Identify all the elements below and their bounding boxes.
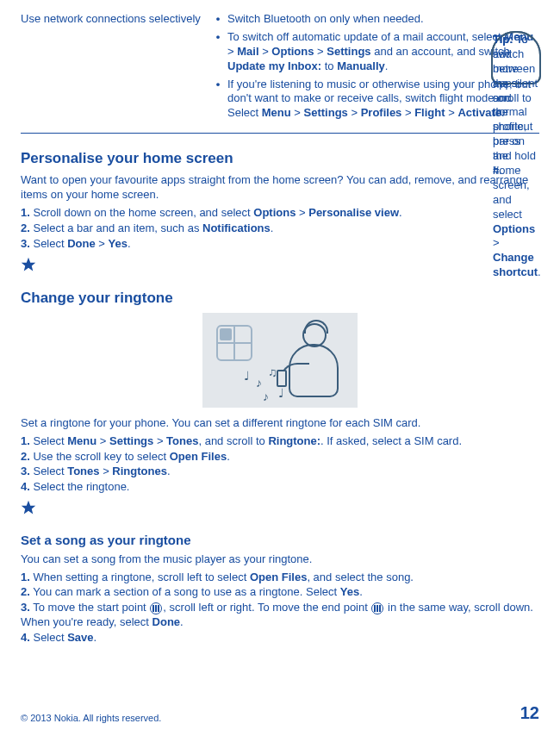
heading-ringtone: Change your ringtone [21, 289, 539, 308]
bullet-text: Switch Bluetooth on only when needed. [227, 12, 539, 27]
step: 1. Select Menu > Settings > Tones, and s… [21, 434, 539, 449]
step: 2. Select a bar and an item, such as Not… [21, 221, 539, 236]
step: 3. Select Done > Yes. [21, 237, 539, 252]
svg-marker-1 [22, 501, 36, 515]
network-tips-bullets: •Switch Bluetooth on only when needed.•T… [208, 12, 539, 124]
step: 3. To move the start point , scroll left… [21, 601, 539, 630]
steps-song-ringtone: 1. When setting a ringtone, scroll left … [21, 571, 539, 646]
steps-ringtone: 1. Select Menu > Settings > Tones, and s… [21, 434, 539, 496]
intro-song-ringtone: You can set a song from the music player… [21, 552, 539, 567]
star-icon [21, 257, 43, 277]
step: 1. Scroll down on the home screen, and s… [21, 206, 539, 221]
network-tips-label: Use network connections selectively [21, 12, 208, 124]
svg-marker-0 [22, 258, 36, 271]
network-tips-row: Use network connections selectively •Swi… [21, 12, 539, 134]
heading-song-ringtone: Set a song as your ringtone [21, 532, 539, 549]
step: 4. Select the ringtone. [21, 480, 539, 495]
tip-ringtone: Tip: To switch between the silent and no… [21, 500, 539, 520]
ringtone-illustration: ♩ ♪ ♫ ♪ ♩ [21, 313, 539, 408]
marker-end-icon [371, 602, 383, 614]
bullet-icon: • [208, 78, 227, 122]
copyright: © 2013 Nokia. All rights reserved. [21, 712, 161, 724]
intro-personalise: Want to open your favourite apps straigh… [21, 173, 539, 203]
page-number: 12 [520, 702, 539, 724]
step: 2. You can mark a section of a song to u… [21, 585, 539, 600]
bullet-icon: • [208, 30, 227, 74]
tip-personalise: Tip: To add more apps, scroll to the sho… [21, 257, 539, 277]
marker-start-icon [150, 602, 162, 614]
tip-label: Tip: [493, 33, 513, 46]
intro-ringtone: Set a ringtone for your phone. You can s… [21, 416, 539, 431]
step: 1. When setting a ringtone, scroll left … [21, 571, 539, 585]
heading-personalise: Personalise your home screen [21, 149, 539, 168]
step: 3. Select Tones > Ringtones. [21, 465, 539, 479]
bullet-icon: • [208, 12, 227, 27]
step: 4. Select Save. [21, 631, 539, 646]
steps-personalise: 1. Scroll down on the home screen, and s… [21, 206, 539, 252]
star-icon [21, 500, 43, 520]
step: 2. Use the scroll key to select Open Fil… [21, 450, 539, 465]
page-footer: © 2013 Nokia. All rights reserved. 12 [0, 702, 560, 724]
